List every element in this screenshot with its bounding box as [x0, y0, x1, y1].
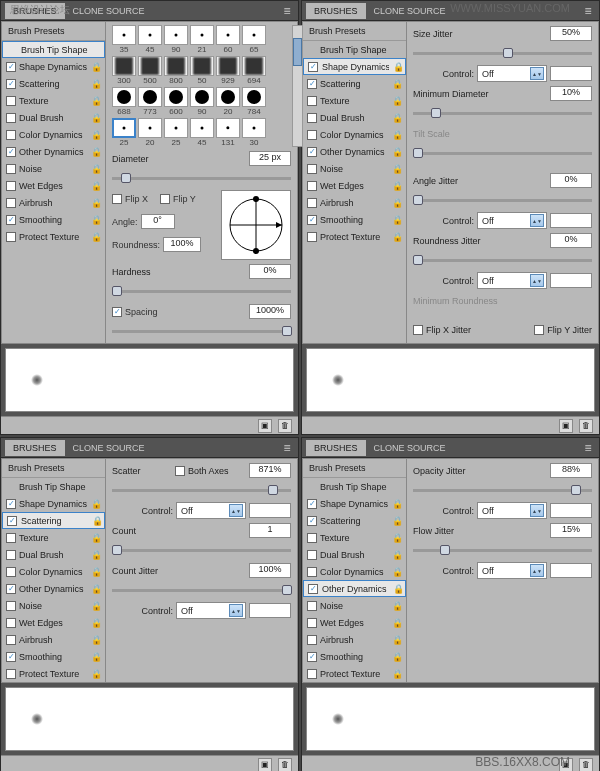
roundness-control-select[interactable]: Off▲▼: [477, 272, 547, 289]
new-preset-icon[interactable]: ▣: [559, 419, 573, 433]
thumbs-scrollbar[interactable]: [292, 25, 303, 147]
spacing-checkbox[interactable]: ✓: [112, 307, 122, 317]
brush-thumb[interactable]: 65: [242, 25, 266, 54]
checkbox-icon[interactable]: ✓: [6, 215, 16, 225]
brush-thumb[interactable]: 45: [190, 118, 214, 147]
sidebar-color-dynamics[interactable]: Color Dynamics🔒: [2, 563, 105, 580]
flow-control-select[interactable]: Off▲▼: [477, 562, 547, 579]
sidebar-wet-edges[interactable]: Wet Edges🔒: [303, 177, 406, 194]
sidebar-protect-texture[interactable]: Protect Texture🔒: [303, 228, 406, 245]
sidebar-shape-dynamics[interactable]: ✓Shape Dynamics🔒: [303, 495, 406, 512]
count-jitter-slider[interactable]: [112, 589, 291, 592]
angle-input[interactable]: 0°: [141, 214, 175, 229]
brush-thumb[interactable]: 784: [242, 87, 266, 116]
brush-thumb[interactable]: 50: [190, 56, 214, 85]
brush-thumb[interactable]: 800: [164, 56, 188, 85]
sidebar-shape-dynamics[interactable]: ✓Shape Dynamics🔒: [2, 495, 105, 512]
sidebar-brush-tip[interactable]: Brush Tip Shape: [2, 478, 105, 495]
sidebar-airbrush[interactable]: Airbrush🔒: [303, 194, 406, 211]
brush-thumb[interactable]: 45: [138, 25, 162, 54]
panel-menu-icon[interactable]: ≡: [280, 441, 294, 455]
roundness-jitter-input[interactable]: 0%: [550, 233, 592, 248]
sidebar-noise[interactable]: Noise🔒: [2, 597, 105, 614]
sidebar-dual-brush[interactable]: Dual Brush🔒: [2, 546, 105, 563]
sidebar-texture[interactable]: Texture🔒: [303, 92, 406, 109]
sidebar-brush-tip[interactable]: Brush Tip Shape: [303, 478, 406, 495]
sidebar-dual-brush[interactable]: Dual Brush🔒: [2, 109, 105, 126]
checkbox-icon[interactable]: [6, 232, 16, 242]
brush-thumb[interactable]: 300: [112, 56, 136, 85]
sidebar-shape-dynamics[interactable]: ✓Shape Dynamics🔒: [2, 58, 105, 75]
diameter-slider[interactable]: [112, 177, 291, 180]
sidebar-other-dynamics[interactable]: ✓Other Dynamics🔒: [2, 143, 105, 160]
opacity-jitter-input[interactable]: 88%: [550, 463, 592, 478]
sidebar-dual-brush[interactable]: Dual Brush🔒: [303, 546, 406, 563]
sidebar-protect-texture[interactable]: Protect Texture🔒: [303, 665, 406, 682]
brush-thumb[interactable]: 30: [242, 118, 266, 147]
angle-roundness-control[interactable]: [221, 190, 291, 260]
tab-clone[interactable]: CLONE SOURCE: [366, 440, 454, 456]
checkbox-icon[interactable]: ✓: [6, 147, 16, 157]
both-axes-checkbox[interactable]: [175, 466, 185, 476]
angle-control-select[interactable]: Off▲▼: [477, 212, 547, 229]
sidebar-wet-edges[interactable]: Wet Edges🔒: [2, 614, 105, 631]
checkbox-icon[interactable]: [6, 113, 16, 123]
scrollbar-thumb[interactable]: [293, 38, 302, 66]
panel-menu-icon[interactable]: ≡: [280, 4, 294, 18]
scatter-slider[interactable]: [112, 489, 291, 492]
flow-jitter-input[interactable]: 15%: [550, 523, 592, 538]
count-input[interactable]: 1: [249, 523, 291, 538]
hardness-input[interactable]: 0%: [249, 264, 291, 279]
roundness-jitter-slider[interactable]: [413, 259, 592, 262]
opacity-slider[interactable]: [413, 489, 592, 492]
scatter-input[interactable]: 871%: [249, 463, 291, 478]
size-control-select[interactable]: Off▲▼: [477, 65, 547, 82]
sidebar-wet-edges[interactable]: Wet Edges🔒: [2, 177, 105, 194]
sidebar-shape-dynamics[interactable]: ✓Shape Dynamics🔒: [303, 58, 406, 75]
checkbox-icon[interactable]: [6, 130, 16, 140]
flow-slider[interactable]: [413, 549, 592, 552]
sidebar-brush-tip[interactable]: Brush Tip Shape: [303, 41, 406, 58]
angle-jitter-slider[interactable]: [413, 199, 592, 202]
brush-thumb[interactable]: 131: [216, 118, 240, 147]
sidebar-other-dynamics[interactable]: ✓Other Dynamics🔒: [303, 580, 406, 597]
new-preset-icon[interactable]: ▣: [258, 419, 272, 433]
brush-thumb[interactable]: 35: [112, 25, 136, 54]
tab-clone[interactable]: CLONE SOURCE: [65, 3, 153, 19]
brush-thumb[interactable]: 500: [138, 56, 162, 85]
brush-thumb[interactable]: 20: [138, 118, 162, 147]
brush-thumb[interactable]: 25: [164, 118, 188, 147]
flipx-jitter-checkbox[interactable]: [413, 325, 423, 335]
delete-icon[interactable]: 🗑: [278, 758, 292, 772]
sidebar-airbrush[interactable]: Airbrush🔒: [303, 631, 406, 648]
sidebar-other-dynamics[interactable]: ✓Other Dynamics🔒: [303, 143, 406, 160]
brush-thumb[interactable]: 25: [112, 118, 136, 147]
tab-brushes[interactable]: BRUSHES: [306, 3, 366, 19]
sidebar-airbrush[interactable]: Airbrush🔒: [2, 631, 105, 648]
sidebar-noise[interactable]: Noise🔒: [303, 597, 406, 614]
count-control-select[interactable]: Off▲▼: [176, 602, 246, 619]
sidebar-scattering[interactable]: ✓Scattering🔒: [303, 75, 406, 92]
brush-thumb[interactable]: 600: [164, 87, 188, 116]
sidebar-texture[interactable]: Texture🔒: [2, 529, 105, 546]
delete-icon[interactable]: 🗑: [278, 419, 292, 433]
checkbox-icon[interactable]: ✓: [6, 62, 16, 72]
sidebar-smoothing[interactable]: ✓Smoothing🔒: [303, 211, 406, 228]
sidebar-scattering[interactable]: ✓Scattering🔒: [2, 75, 105, 92]
sidebar-protect-texture[interactable]: Protect Texture🔒: [2, 665, 105, 682]
brush-thumb[interactable]: 929: [216, 56, 240, 85]
scatter-control-select[interactable]: Off▲▼: [176, 502, 246, 519]
brush-presets-header[interactable]: Brush Presets: [2, 22, 105, 41]
min-dia-input[interactable]: 10%: [550, 86, 592, 101]
panel-menu-icon[interactable]: ≡: [581, 4, 595, 18]
spacing-input[interactable]: 1000%: [249, 304, 291, 319]
tab-clone[interactable]: CLONE SOURCE: [366, 3, 454, 19]
sidebar-noise[interactable]: Noise🔒: [303, 160, 406, 177]
panel-menu-icon[interactable]: ≡: [581, 441, 595, 455]
sidebar-color-dynamics[interactable]: Color Dynamics🔒: [303, 126, 406, 143]
flipx-checkbox[interactable]: [112, 194, 122, 204]
size-jitter-slider[interactable]: [413, 52, 592, 55]
delete-icon[interactable]: 🗑: [579, 758, 593, 772]
hardness-slider[interactable]: [112, 290, 291, 293]
sidebar-texture[interactable]: Texture🔒: [2, 92, 105, 109]
